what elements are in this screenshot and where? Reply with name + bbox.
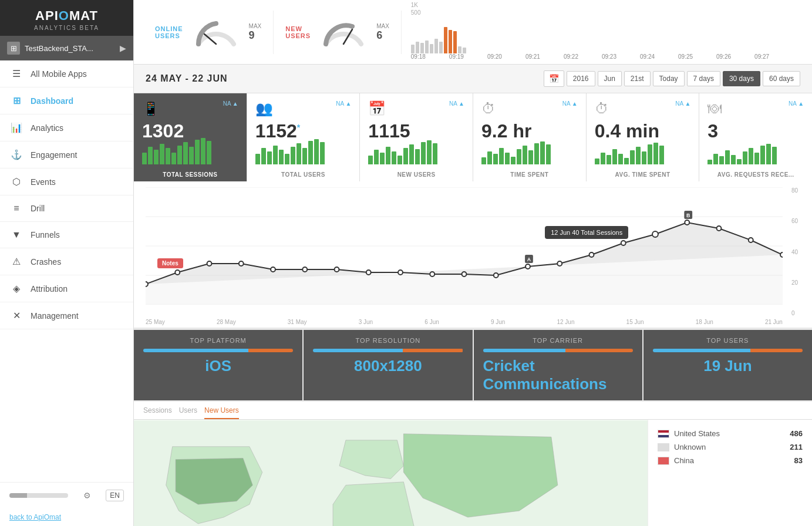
spark-bar (439, 42, 443, 53)
topbar: ONLINEUSERS MAX 9 NEWUSERS (134, 0, 812, 65)
stat-bar-platform (143, 349, 293, 352)
metric-avg-requests[interactable]: 🍽 NA ▲ 3 AVG. (699, 93, 812, 181)
svg-point-12 (302, 267, 307, 272)
dashboard: 24 MAY - 22 JUN 📅 2016 Jun 21st Today 7 … (134, 65, 812, 526)
online-users-label: ONLINEUSERS (155, 25, 183, 39)
calendar-icon[interactable]: 📅 (544, 70, 564, 87)
metric-value-sessions: 1302 (142, 120, 238, 142)
lang-selector[interactable]: EN (106, 490, 124, 501)
metric-value-users: 1152* (255, 120, 352, 142)
storage-fill (9, 493, 27, 498)
metric-label-sessions: TOTAL SESSIONS (142, 167, 238, 181)
country-us: United States (674, 429, 720, 438)
app-selector[interactable]: ⊞ TestBackend_STA... ▶ (0, 36, 133, 60)
chart-tooltip: 12 Jun 40 Total Sessions (545, 226, 628, 239)
metric-avg-time[interactable]: ⏱ NA ▲ 0.4 min (587, 93, 700, 181)
sidebar-item-funnels[interactable]: ▼Funnels (0, 222, 133, 248)
metric-total-users[interactable]: 👥 NA ▲ 1152* T (247, 93, 360, 181)
tab-sessions[interactable]: Sessions (143, 406, 172, 419)
stat-bar-carrier (483, 349, 633, 352)
stat-value-platform: iOS (205, 357, 231, 375)
sidebar-item-events[interactable]: ⬡Events (0, 168, 133, 195)
svg-text:A: A (527, 257, 531, 262)
settings-icon[interactable]: ⚙ (83, 491, 91, 500)
sidebar-item-dashboard[interactable]: ⊞Dashboard (0, 87, 133, 114)
date-range: 24 MAY - 22 JUN (146, 73, 228, 84)
new-users-label: NEWUSERS (285, 25, 311, 39)
legend-item-unknown: Unknown 211 (658, 443, 803, 451)
metric-na-time: NA ▲ (562, 100, 578, 107)
metric-na-new-users: NA ▲ (449, 100, 464, 107)
online-max-label: MAX (249, 23, 262, 29)
line-chart-area: 80 60 40 20 0 (134, 181, 812, 328)
metric-total-sessions[interactable]: 📱 NA ▲ 1302 TO (134, 93, 247, 181)
svg-point-30 (749, 238, 753, 242)
bottom-area: Sessions Users New Users (134, 402, 812, 526)
sidebar-item-engagement[interactable]: ⚓Engagement (0, 141, 133, 168)
tab-new-users[interactable]: New Users (204, 406, 239, 419)
chart-scale-500: 500 (411, 9, 421, 16)
chart-scale-1k: 1K (411, 2, 418, 8)
svg-point-17 (462, 272, 467, 277)
date-btn-21st[interactable]: 21st (624, 71, 651, 86)
nav-icon-crashes: ⚠ (9, 256, 23, 267)
tab-users[interactable]: Users (179, 406, 197, 419)
stat-top-resolution: TOP RESOLUTION 800x1280 (304, 330, 472, 400)
spark-bar (434, 39, 438, 53)
svg-point-25 (652, 231, 658, 237)
nav-label-analytics: Analytics (31, 123, 63, 133)
metric-label-avg-time: AVG. TIME SPENT (595, 167, 691, 181)
online-users-gauge: ONLINEUSERS MAX 9 (143, 11, 274, 54)
metric-na-requests: NA ▲ (789, 100, 804, 107)
sidebar-item-all-mobile-apps[interactable]: ☰All Mobile Apps (0, 60, 133, 87)
back-to-apiomat-link[interactable]: back to ApiOmat (0, 508, 133, 526)
sidebar-item-drill[interactable]: ≡Drill (0, 195, 133, 222)
nav-icon-events: ⬡ (9, 176, 23, 187)
svg-point-9 (207, 261, 212, 266)
date-btn-60days[interactable]: 60 days (763, 71, 800, 86)
spark-bar (458, 46, 461, 53)
nav-icon-analytics: 📊 (9, 122, 23, 133)
sidebar-logo: APIOMAT ANALYTICS BETA (0, 0, 133, 36)
sidebar-item-analytics[interactable]: 📊Analytics (0, 114, 133, 141)
date-btn-7days[interactable]: 7 days (687, 71, 720, 86)
map-svg (134, 420, 648, 526)
nav-icon-engagement: ⚓ (9, 149, 23, 160)
count-unknown: 211 (790, 443, 803, 451)
stat-top-carrier: TOP CARRIER Cricket Communications (474, 330, 642, 400)
svg-point-26 (685, 220, 689, 225)
sidebar-item-attribution[interactable]: ◈Attribution (0, 275, 133, 302)
nav-icon-attribution: ◈ (9, 283, 23, 294)
metric-value-requests: 3 (707, 120, 804, 142)
world-map (134, 420, 648, 526)
sidebar-item-management[interactable]: ✕Management (0, 302, 133, 329)
nav-icon-funnels: ▼ (9, 230, 23, 240)
date-btn-today[interactable]: Today (653, 71, 685, 86)
date-btn-2016[interactable]: 2016 (567, 71, 595, 86)
app-selector-arrow: ▶ (120, 43, 126, 53)
metric-time-spent[interactable]: ⏱ NA ▲ 9.2 hr T (473, 93, 587, 181)
metric-label-users: TOTAL USERS (255, 167, 352, 181)
svg-point-7 (146, 282, 148, 286)
spark-bar-highlight (449, 30, 452, 53)
nav-icon-dashboard: ⊞ (9, 95, 23, 106)
notes-badge[interactable]: Notes (157, 258, 183, 268)
svg-point-14 (366, 270, 371, 275)
logo-text: APIOMAT (35, 8, 98, 23)
metric-bars-time (481, 147, 578, 164)
spark-bar (425, 41, 429, 53)
metric-new-users[interactable]: 📅 NA ▲ 1115 NE (360, 93, 473, 181)
stat-value-top-users: 19 Jun (703, 357, 752, 375)
legend-item-china: China 83 (658, 456, 803, 465)
new-users-gauge: NEWUSERS MAX 6 (274, 11, 402, 54)
metric-icon-new-users: 📅 (368, 100, 386, 117)
date-btn-30days[interactable]: 30 days (723, 71, 760, 86)
metric-label-new-users: NEW USERS (368, 167, 464, 181)
metric-icon-requests: 🍽 (707, 100, 722, 117)
date-btn-jun[interactable]: Jun (598, 71, 622, 86)
sidebar-item-crashes[interactable]: ⚠Crashes (0, 248, 133, 275)
svg-point-15 (398, 270, 403, 275)
svg-point-19 (525, 264, 530, 269)
date-bar: 24 MAY - 22 JUN 📅 2016 Jun 21st Today 7 … (134, 65, 812, 93)
new-max-label: MAX (376, 23, 389, 29)
